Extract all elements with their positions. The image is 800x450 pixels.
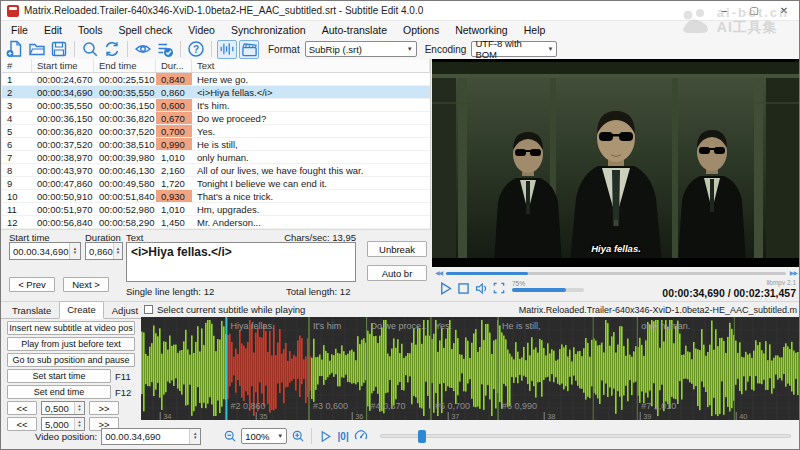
seek-forward-icon[interactable]: ▶▶ [790, 269, 797, 277]
subtitle-row-3[interactable]: 300:00:35,55000:00:36,1500,600It's him. [2, 99, 430, 112]
open-file-button[interactable] [27, 40, 47, 59]
menu-synchronization[interactable]: Synchronization [223, 22, 314, 38]
seek-back-icon[interactable]: ◀◀ [435, 269, 442, 277]
start-time-input[interactable]: 00.00.34,690 ▲▼ [9, 242, 81, 260]
tab-adjust[interactable]: Adjust [104, 302, 146, 319]
waveform-zoom-in-button[interactable] [289, 427, 307, 445]
auto-br-button[interactable]: Auto br [367, 265, 427, 281]
single-line-length-label: Single line length: 12 [126, 286, 214, 297]
set-start-time-button[interactable]: Set start time [7, 369, 111, 383]
subtitle-text-input[interactable]: <i>Hiya fellas.</i> [126, 242, 356, 282]
menu-video[interactable]: Video [180, 22, 223, 38]
column-header[interactable]: # [2, 59, 32, 72]
subtitle-row-5[interactable]: 500:00:36,82000:00:37,5200,700Yes. [2, 125, 430, 138]
menu-spell-check[interactable]: Spell check [111, 22, 181, 38]
insert-new-subtitle-at-video-pos-button[interactable]: Insert new subtitle at video pos [7, 321, 135, 335]
replace-button[interactable] [102, 40, 122, 59]
video-toggle-button[interactable] [239, 40, 259, 59]
help-button[interactable]: ? [186, 40, 206, 59]
menu-bar: FileEditToolsSpell checkVideoSynchroniza… [1, 21, 799, 39]
toolbar-separator [211, 41, 212, 57]
waveform-zoom-out-button[interactable] [221, 427, 239, 445]
menu-options[interactable]: Options [395, 22, 447, 38]
video-seek-bar[interactable] [446, 272, 786, 275]
create-panel: TranslateCreateAdjust Insert new subtitl… [1, 302, 141, 430]
waveform-play-button[interactable] [316, 427, 334, 445]
go-to-sub-position-and-pause-button[interactable]: Go to sub position and pause [7, 353, 135, 367]
new-file-button[interactable] [5, 40, 25, 59]
format-combobox[interactable]: SubRip (.srt)▼ [305, 41, 417, 57]
duration-cell: 1,010 [156, 151, 192, 163]
spinner-arrows-icon[interactable]: ▲▼ [189, 429, 200, 444]
fix-common-errors-button[interactable] [155, 40, 175, 59]
prev-button[interactable]: < Prev [9, 277, 55, 292]
tab-create[interactable]: Create [59, 301, 104, 319]
svg-text:#2 0,860: #2 0,860 [230, 401, 265, 411]
set-end-time-button[interactable]: Set end time [7, 385, 111, 399]
menu-tools[interactable]: Tools [70, 22, 111, 38]
subtitle-row-10[interactable]: 1000:00:50,91000:00:51,8400,930That's a … [2, 190, 430, 203]
column-header[interactable]: Dur... [156, 59, 192, 72]
subtitle-row-1[interactable]: 100:00:24,67000:00:25,5100,840Here we go… [2, 73, 430, 86]
volume-icon[interactable] [472, 279, 490, 297]
menu-auto-translate[interactable]: Auto-translate [314, 22, 395, 38]
waveform-position-slider[interactable] [380, 434, 791, 438]
subtitle-row-2[interactable]: 200:00:34,69000:00:35,5500,860<i>Hiya fe… [2, 86, 430, 99]
spinner-arrows-icon[interactable]: ▲▼ [69, 243, 80, 259]
svg-text:#7 1,010: #7 1,010 [641, 401, 676, 411]
waveform-zoom-combobox[interactable]: 100%▼ [241, 428, 287, 444]
step-forward-button[interactable]: >> [89, 401, 119, 415]
subtitle-row-12[interactable]: 1200:00:56,84000:00:58,2901,450Mr. Ander… [2, 216, 430, 229]
play-button[interactable] [436, 279, 454, 297]
visual-sync-button[interactable] [133, 40, 153, 59]
duration-input[interactable]: 0,860 ▲▼ [85, 242, 123, 260]
waveform-display[interactable]: Hiya fellas.#2 0,860It's him#3 0,600Do w… [141, 317, 800, 420]
step-amount-input-1[interactable]: 0,500▲▼ [41, 401, 85, 415]
volume-percent-label: 75% [512, 280, 584, 287]
play-from-just-before-text-button[interactable]: Play from just before text [7, 337, 135, 351]
menu-help[interactable]: Help [516, 22, 554, 38]
center-position-button[interactable]: |0| [334, 427, 352, 445]
slider-thumb[interactable] [418, 430, 426, 443]
fullscreen-button[interactable] [490, 279, 508, 297]
subtitle-row-8[interactable]: 800:00:43,97000:00:46,1302,160All of our… [2, 164, 430, 177]
subtitle-row-6[interactable]: 600:00:37,52000:00:38,5100,990He is stil… [2, 138, 430, 151]
title-bar: Matrix.Reloaded.Trailer-640x346-XviD-1.0… [1, 1, 799, 21]
stop-button[interactable] [454, 279, 472, 297]
column-header[interactable]: Start time [32, 59, 94, 72]
tab-translate[interactable]: Translate [4, 302, 59, 319]
column-header[interactable]: Text [192, 59, 430, 72]
edit-panel: Start time Duration Text Chars/sec: 13,9… [1, 229, 432, 301]
encoding-combobox[interactable]: UTF-8 with BOM▼ [471, 41, 557, 57]
subtitle-row-7[interactable]: 700:00:38,97000:00:39,9801,010only human… [2, 151, 430, 164]
subtitle-row-11[interactable]: 1100:00:51,97000:00:52,9801,010Hm, upgra… [2, 203, 430, 216]
svg-text:36: 36 [355, 412, 363, 420]
menu-networking[interactable]: Networking [447, 22, 516, 38]
spinner-arrows-icon[interactable]: ▲▼ [74, 402, 84, 414]
select-current-subtitle-checkbox[interactable] [144, 305, 153, 314]
menu-file[interactable]: File [3, 22, 36, 38]
menu-edit[interactable]: Edit [36, 22, 70, 38]
video-display[interactable]: Hiya fellas. [432, 59, 800, 267]
subtitle-row-4[interactable]: 400:00:36,15000:00:36,8200,670Do we proc… [2, 112, 430, 125]
spinner-arrows-icon[interactable]: ▲▼ [113, 243, 122, 259]
duration-cell: 0,700 [156, 125, 192, 137]
waveform-toggle-button[interactable] [217, 40, 237, 59]
close-button[interactable]: ✕ [769, 1, 799, 20]
playback-speed-icon[interactable] [352, 427, 370, 445]
subtitle-row-9[interactable]: 900:00:47,86000:00:49,5801,720Tonight I … [2, 177, 430, 190]
window-title: Matrix.Reloaded.Trailer-640x346-XviD-1.0… [24, 5, 423, 16]
minimize-button[interactable]: – [709, 1, 739, 20]
subtitle-list-header: #Start timeEnd timeDur...Text [2, 59, 430, 73]
save-button[interactable] [49, 40, 69, 59]
column-header[interactable]: End time [94, 59, 156, 72]
format-label: Format [268, 44, 300, 55]
find-button[interactable] [80, 40, 100, 59]
next-button[interactable]: Next > [63, 277, 109, 292]
subtitle-edit-window: Matrix.Reloaded.Trailer-640x346-XviD-1.0… [0, 0, 800, 450]
step-back-button[interactable]: << [7, 401, 37, 415]
unbreak-button[interactable]: Unbreak [367, 241, 427, 257]
maximize-button[interactable]: ▢ [739, 1, 769, 20]
video-position-input[interactable]: 00.00.34,690 ▲▼ [101, 428, 201, 445]
volume-slider[interactable] [512, 288, 584, 292]
